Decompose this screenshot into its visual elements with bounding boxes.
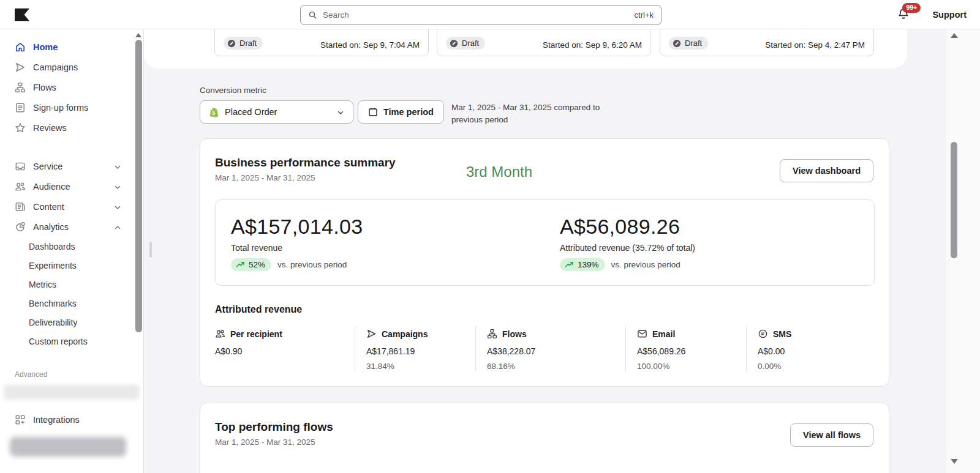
sidebar-item-label: Home — [33, 42, 58, 52]
conversion-metric-select[interactable]: Placed Order — [200, 100, 353, 124]
top-flows-date-range: Mar 1, 2025 - Mar 31, 2025 — [215, 438, 874, 447]
attributed-revenue-value: A$56,089.26 — [560, 215, 695, 239]
sidebar-item-label: Benchmarks — [29, 299, 77, 308]
status-badge: Draft — [669, 37, 708, 50]
comparison-period-text: Mar 1, 2025 - Mar 31, 2025 compared to p… — [451, 102, 617, 126]
main-scrollbar-thumb[interactable] — [951, 142, 957, 258]
sidebar-scrollbar-up-arrow[interactable] — [135, 33, 141, 37]
sidebar-item-flows[interactable]: Flows — [0, 77, 143, 97]
sidebar-item-custom-reports[interactable]: Custom reports — [0, 332, 143, 351]
topbar: ctrl+k 99+ Support — [0, 0, 980, 29]
attributed-revenue-title: Attributed revenue — [215, 304, 302, 315]
breakdown-sms: SMS A$0.00 0.00% — [746, 326, 862, 371]
sidebar-item-campaigns[interactable]: Campaigns — [0, 57, 143, 77]
sidebar-item-benchmarks[interactable]: Benchmarks — [0, 294, 143, 313]
draft-pencil-icon — [227, 39, 236, 48]
sidebar-item-label: Deliverability — [29, 318, 77, 327]
sidebar-group-audience[interactable]: Audience — [0, 176, 143, 196]
redacted-sidebar-item[interactable] — [4, 385, 140, 400]
draft-campaign-card[interactable]: Draft Started on: Sep 9, 7:04 AM — [214, 29, 429, 56]
sidebar-item-metrics[interactable]: Metrics — [0, 275, 143, 294]
draft-pencil-icon — [450, 39, 458, 48]
sidebar-item-label: Integrations — [33, 415, 80, 425]
top-performing-flows-card: Top performing flows Mar 1, 2025 - Mar 3… — [200, 403, 889, 473]
sidebar-item-label: Analytics — [33, 222, 69, 232]
conversion-metric-label: Conversion metric — [200, 86, 266, 95]
metric-select-value: Placed Order — [225, 107, 277, 117]
breakdown-flows: Flows A$38,228.07 68.16% — [475, 326, 625, 371]
sidebar-item-reviews[interactable]: Reviews — [0, 117, 143, 138]
time-period-button[interactable]: Time period — [358, 100, 444, 124]
form-document-icon — [15, 102, 26, 113]
shopify-icon — [209, 107, 219, 117]
sidebar-item-dashboards[interactable]: Dashboards — [0, 237, 143, 256]
chevron-down-icon — [114, 183, 121, 190]
pie-chart-icon — [15, 222, 26, 233]
view-dashboard-button[interactable]: View dashboard — [780, 159, 873, 182]
sidebar-group-content[interactable]: Content — [0, 196, 143, 217]
inbox-icon — [15, 161, 26, 172]
search-icon — [308, 10, 317, 20]
star-icon — [15, 122, 26, 133]
people-icon — [215, 329, 225, 339]
sidebar-scrollbar-thumb[interactable] — [135, 40, 142, 332]
chevron-down-icon — [337, 108, 344, 116]
status-badge: Draft — [446, 37, 485, 50]
search-shortcut: ctrl+k — [635, 10, 654, 20]
search-input[interactable] — [323, 10, 629, 20]
breakdown-campaigns: Campaigns A$17,861.19 31.84% — [355, 326, 475, 371]
sms-icon — [758, 329, 768, 339]
started-on-text: Started on: Sep 9, 6:20 AM — [543, 40, 642, 50]
home-icon — [15, 42, 26, 53]
support-link[interactable]: Support — [932, 10, 967, 20]
recent-activity-panel: Draft Started on: Sep 9, 7:04 AM Draft S… — [144, 29, 907, 69]
main-scrollbar-up-arrow[interactable] — [951, 33, 958, 38]
redacted-account-item[interactable] — [10, 437, 126, 456]
vs-previous-period-text: vs. previous period — [611, 260, 680, 269]
sidebar-item-label: Dashboards — [29, 242, 75, 251]
started-on-text: Started on: Sep 9, 7:04 AM — [320, 40, 420, 50]
time-period-label: Time period — [383, 107, 434, 117]
sidebar-item-label: Sign-up forms — [33, 103, 88, 113]
sidebar-group-analytics[interactable]: Analytics — [0, 217, 143, 237]
top-flows-title: Top performing flows — [215, 420, 874, 434]
chevron-down-icon — [114, 203, 121, 210]
notification-count-badge: 99+ — [902, 3, 921, 13]
sidebar-item-integrations[interactable]: Integrations — [0, 409, 143, 430]
sidebar-item-label: Metrics — [29, 280, 56, 289]
summary-date-range: Mar 1, 2025 - Mar 31, 2025 — [215, 173, 874, 182]
sidebar-item-label: Experiments — [29, 261, 77, 270]
sidebar-item-label: Reviews — [33, 123, 67, 133]
search-box[interactable]: ctrl+k — [300, 5, 662, 25]
draft-campaign-card[interactable]: Draft Started on: Sep 4, 2:47 PM — [660, 29, 874, 56]
sidebar-item-label: Audience — [33, 182, 70, 192]
change-badge: 139% — [560, 258, 605, 271]
vs-previous-period-text: vs. previous period — [277, 260, 347, 269]
sidebar-item-deliverability[interactable]: Deliverability — [0, 313, 143, 332]
breakdown-per-recipient: Per recipient A$0.90 — [215, 326, 355, 371]
sidebar-resize-handle[interactable] — [149, 242, 152, 258]
change-badge: 52% — [231, 258, 271, 271]
calendar-icon — [368, 107, 378, 117]
sidebar-item-home[interactable]: Home — [0, 37, 143, 57]
status-badge: Draft — [224, 37, 263, 50]
month-annotation: 3rd Month — [466, 163, 532, 181]
sidebar-item-label: Content — [33, 202, 64, 212]
business-performance-summary-card: Business performance summary Mar 1, 2025… — [200, 138, 889, 387]
sidebar-group-service[interactable]: Service — [0, 156, 143, 176]
send-icon — [366, 329, 377, 339]
main-scrollbar-down-arrow[interactable] — [951, 459, 958, 464]
sidebar-item-signup-forms[interactable]: Sign-up forms — [0, 97, 143, 117]
draft-campaign-card[interactable]: Draft Started on: Sep 9, 6:20 AM — [437, 29, 651, 56]
started-on-text: Started on: Sep 4, 2:47 PM — [765, 40, 865, 50]
trend-up-icon — [236, 261, 245, 268]
klaviyo-logo-icon[interactable] — [15, 8, 29, 21]
notifications-button[interactable]: 99+ — [897, 7, 911, 22]
sidebar-item-experiments[interactable]: Experiments — [0, 256, 143, 275]
chevron-up-icon — [114, 223, 121, 231]
sidebar: Home Campaigns Flows Sign-up forms Revie… — [0, 29, 144, 473]
total-revenue-metric: A$157,014.03 Total revenue 52% vs. previ… — [231, 215, 363, 271]
view-all-flows-button[interactable]: View all flows — [790, 423, 873, 447]
sidebar-item-label: Campaigns — [33, 62, 78, 72]
email-icon — [637, 329, 647, 339]
